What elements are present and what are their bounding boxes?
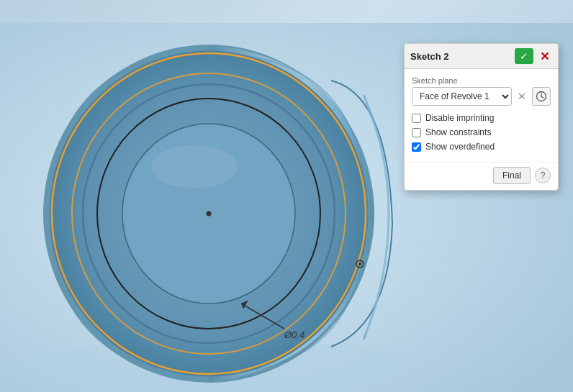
sketch-plane-label: Sketch plane — [412, 76, 551, 85]
disable-imprinting-checkbox[interactable] — [412, 114, 421, 123]
clock-button[interactable] — [532, 87, 551, 106]
disable-imprinting-label[interactable]: Disable imprinting — [425, 113, 494, 123]
svg-text:Ø0.4: Ø0.4 — [284, 329, 304, 340]
sketch-plane-row: Face of Revolve 1 ✕ — [412, 87, 551, 106]
svg-line-21 — [541, 97, 543, 99]
show-constraints-checkbox[interactable] — [412, 128, 421, 137]
sketch-panel: Sketch 2 ✓ ✕ Sketch plane Face of Revolv… — [404, 43, 559, 191]
panel-header-actions: ✓ ✕ — [515, 48, 552, 64]
show-overdefined-checkbox[interactable] — [412, 142, 421, 152]
disable-imprinting-row: Disable imprinting — [412, 113, 551, 123]
panel-body: Sketch plane Face of Revolve 1 ✕ Disable… — [405, 69, 558, 162]
svg-point-17 — [358, 263, 361, 265]
svg-point-9 — [151, 145, 238, 188]
svg-point-10 — [207, 211, 212, 216]
clear-plane-button[interactable]: ✕ — [515, 89, 529, 104]
panel-footer: Final ? — [405, 162, 558, 190]
show-overdefined-label[interactable]: Show overdefined — [425, 142, 495, 152]
panel-title: Sketch 2 — [410, 51, 448, 62]
sketch-plane-select[interactable]: Face of Revolve 1 — [412, 87, 512, 106]
help-button[interactable]: ? — [535, 168, 551, 183]
show-constraints-row: Show constraints — [412, 127, 551, 137]
panel-header: Sketch 2 ✓ ✕ — [405, 44, 558, 69]
close-button[interactable]: ✕ — [536, 48, 552, 64]
confirm-button[interactable]: ✓ — [515, 48, 533, 64]
show-overdefined-row: Show overdefined — [412, 142, 551, 152]
show-constraints-label[interactable]: Show constraints — [425, 127, 491, 137]
clock-icon — [536, 91, 547, 102]
final-button[interactable]: Final — [493, 167, 531, 184]
